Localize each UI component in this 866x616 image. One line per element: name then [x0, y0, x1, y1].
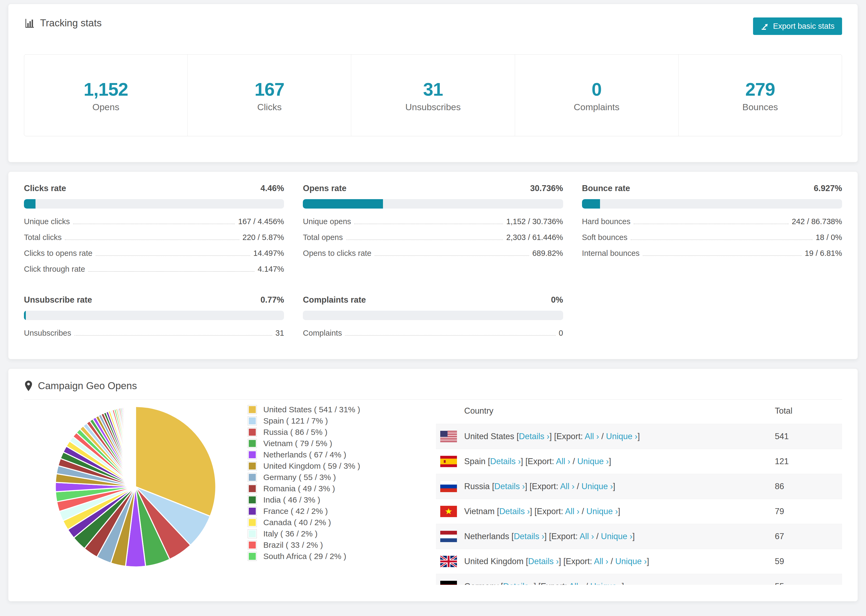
dotted-leader — [631, 239, 812, 240]
legend-item: Russia ( 86 / 5% ) — [248, 427, 436, 437]
details-link[interactable]: Details › — [528, 556, 559, 566]
legend-swatch — [248, 529, 257, 538]
export-unique-link[interactable]: Unique › — [577, 457, 609, 466]
legend-swatch — [248, 507, 257, 516]
total-cell: 86 — [775, 474, 842, 499]
total-column-header: Total — [775, 401, 842, 424]
bracket: [ — [549, 532, 551, 541]
dotted-leader — [354, 224, 503, 224]
legend-item: France ( 42 / 2% ) — [248, 507, 436, 516]
detail-label: Unique clicks — [24, 217, 70, 226]
tracking-stats-card: Tracking stats Export basic stats 1,152O… — [8, 4, 858, 162]
stat-label: Opens — [24, 102, 187, 112]
slash: / — [608, 556, 615, 566]
slash: / — [583, 581, 590, 585]
rate-value: 30.736% — [530, 184, 563, 193]
country-cell: Vietnam [Details ›] [Export: All › / Uni… — [464, 499, 775, 524]
export-all-link[interactable]: All › — [585, 432, 599, 441]
detail-label: Complaints — [303, 329, 342, 338]
rate-progress-bar — [303, 311, 563, 320]
detail-value: 689.82% — [532, 249, 563, 258]
export-unique-link[interactable]: Unique › — [606, 432, 638, 441]
total-cell: 67 — [775, 524, 842, 549]
geo-legend: United States ( 541 / 31% )Spain ( 121 /… — [248, 400, 436, 563]
export-all-link[interactable]: All › — [565, 507, 579, 516]
rate-block-clicks-rate: Clicks rate4.46%Unique clicks167 / 4.456… — [24, 184, 284, 273]
stat-value: 0 — [515, 79, 678, 100]
dotted-leader — [346, 239, 503, 240]
export-icon — [761, 22, 769, 31]
country-cell: United Kingdom [Details ›] [Export: All … — [464, 549, 775, 574]
legend-item: United States ( 541 / 31% ) — [248, 405, 436, 414]
tracking-stats-page: Tracking stats Export basic stats 1,152O… — [0, 0, 866, 605]
legend-swatch — [248, 439, 257, 448]
bracket: [ — [534, 507, 537, 516]
legend-label: Brazil ( 33 / 2% ) — [263, 541, 323, 550]
gb-flag-icon — [440, 556, 457, 567]
export-label: Export: — [556, 432, 585, 441]
detail-label: Internal bounces — [582, 249, 639, 258]
bracket: ] — [534, 581, 538, 585]
legend-label: Canada ( 40 / 2% ) — [263, 518, 331, 527]
details-link[interactable]: Details › — [503, 581, 534, 585]
country-column-header: Country — [464, 401, 775, 424]
rates-card: Clicks rate4.46%Unique clicks167 / 4.456… — [8, 171, 858, 359]
geo-table-row: Vietnam [Details ›] [Export: All › / Uni… — [436, 499, 842, 524]
map-pin-icon — [24, 380, 33, 392]
bracket: [ — [554, 432, 556, 441]
detail-label: Hard bounces — [582, 217, 631, 226]
export-all-link[interactable]: All › — [560, 482, 575, 491]
export-unique-link[interactable]: Unique › — [581, 482, 613, 491]
detail-label: Clicks to opens rate — [24, 249, 93, 258]
stat-value: 31 — [351, 79, 515, 100]
rate-detail-row: Clicks to opens rate14.497% — [24, 249, 284, 258]
total-cell: 55 — [775, 574, 842, 585]
export-label: Export: — [551, 532, 579, 541]
detail-value: 220 / 5.87% — [242, 233, 284, 242]
legend-item: India ( 46 / 3% ) — [248, 495, 436, 504]
export-all-link[interactable]: All › — [594, 556, 608, 566]
rate-detail-row: Complaints0 — [303, 329, 563, 338]
detail-value: 2,303 / 61.446% — [506, 233, 563, 242]
legend-item: Vietnam ( 79 / 5% ) — [248, 439, 436, 448]
details-link[interactable]: Details › — [519, 432, 550, 441]
details-link[interactable]: Details › — [514, 532, 544, 541]
export-all-link[interactable]: All › — [579, 532, 594, 541]
export-unique-link[interactable]: Unique › — [590, 581, 622, 585]
export-unique-link[interactable]: Unique › — [601, 532, 632, 541]
detail-value: 31 — [276, 329, 284, 338]
details-link[interactable]: Details › — [499, 507, 530, 516]
dotted-leader — [65, 239, 239, 240]
geo-table-row: United States [Details ›] [Export: All ›… — [436, 424, 842, 449]
country-name: Vietnam — [464, 507, 497, 516]
bracket: ] — [544, 532, 549, 541]
country-cell: United States [Details ›] [Export: All ›… — [464, 424, 775, 449]
export-all-link[interactable]: All › — [569, 581, 583, 585]
legend-swatch — [248, 462, 257, 471]
bar-chart-icon — [24, 17, 35, 29]
details-link[interactable]: Details › — [490, 457, 521, 466]
details-link[interactable]: Details › — [494, 482, 525, 491]
legend-item: Spain ( 121 / 7% ) — [248, 416, 436, 426]
bracket: ] — [609, 457, 611, 466]
geo-pie-chart[interactable] — [24, 400, 248, 571]
export-unique-link[interactable]: Unique › — [586, 507, 618, 516]
summary-stat-unsubscribes: 31Unsubscribes — [351, 55, 515, 136]
export-all-link[interactable]: All › — [556, 457, 570, 466]
es-flag-icon — [440, 456, 457, 467]
legend-label: South Africa ( 29 / 2% ) — [263, 552, 346, 561]
summary-stat-clicks: 167Clicks — [187, 55, 351, 136]
stat-value: 167 — [188, 79, 351, 100]
legend-label: Spain ( 121 / 7% ) — [263, 416, 328, 426]
pie-slice[interactable] — [135, 407, 135, 487]
export-unique-link[interactable]: Unique › — [615, 556, 647, 566]
bracket: ] — [559, 556, 564, 566]
export-basic-stats-button[interactable]: Export basic stats — [753, 17, 842, 35]
stat-label: Complaints — [515, 102, 678, 112]
legend-swatch — [248, 484, 257, 493]
slash: / — [570, 457, 578, 466]
summary-stat-opens: 1,152Opens — [24, 55, 187, 136]
dotted-leader — [73, 224, 235, 224]
rate-title: Clicks rate — [24, 184, 66, 193]
legend-swatch — [248, 427, 257, 437]
